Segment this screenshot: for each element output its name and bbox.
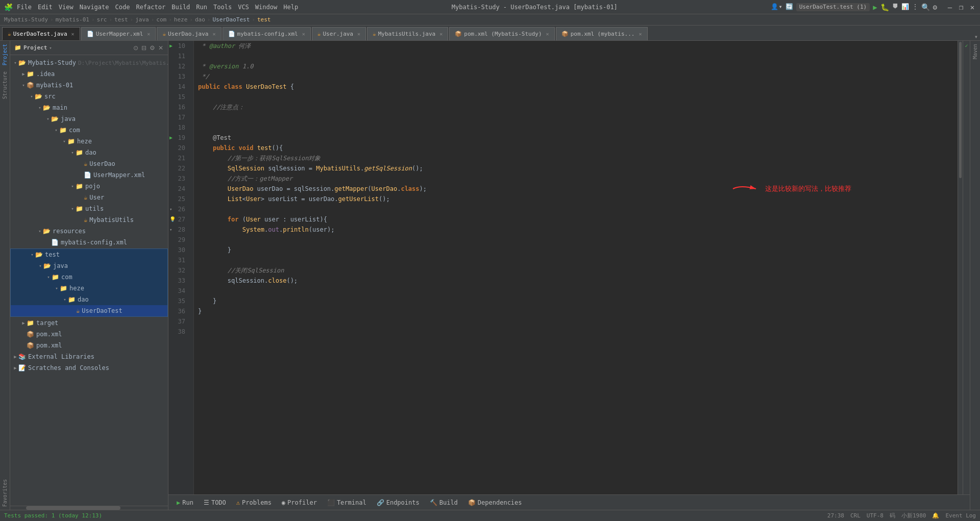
profile-btn[interactable]: 📊 (901, 3, 909, 11)
project-dropdown-arrow[interactable]: ▾ (49, 45, 52, 51)
search-everywhere-btn[interactable]: 🔍 (921, 3, 930, 11)
tree-idea[interactable]: ▶ 📁 .idea (10, 68, 168, 80)
tree-heze-test[interactable]: ▾ 📁 heze (11, 283, 167, 294)
tab-pom-mybatis[interactable]: 📦 pom.xml (mybatis... ✕ (556, 27, 648, 40)
breadcrumb-part[interactable]: dao (195, 16, 205, 23)
terminal-tool-btn[interactable]: ⬛ Terminal (323, 498, 371, 507)
breadcrumb-part[interactable]: test (114, 16, 128, 23)
tab-close-mybatisconfig[interactable]: ✕ (302, 31, 305, 37)
favorites-panel-tab[interactable]: Favorites (1, 476, 9, 510)
run-tool-btn[interactable]: ▶ Run (173, 498, 198, 507)
tree-java-test[interactable]: ▾ 📂 java (11, 260, 167, 271)
tree-java-main[interactable]: ▾ 📂 java (10, 113, 168, 125)
tab-close-userdaotest[interactable]: ✕ (71, 31, 75, 37)
vcs-update-icon[interactable]: 🔄 (786, 3, 793, 11)
tree-resources[interactable]: ▾ 📂 resources (10, 226, 168, 237)
status-crlf[interactable]: CRL (850, 512, 861, 519)
breadcrumb-part[interactable]: heze (174, 16, 188, 23)
tab-pom-study[interactable]: 📦 pom.xml (Mybatis-Study) ✕ (449, 27, 554, 40)
status-encoding[interactable]: UTF-8 (867, 512, 884, 519)
tree-scratches[interactable]: ▶ 📝 Scratches and Consoles (10, 362, 168, 374)
maven-panel-tab[interactable]: Maven (971, 41, 979, 62)
tree-pojo[interactable]: ▾ 📁 pojo (10, 181, 168, 192)
tab-close-usermapper[interactable]: ✕ (147, 31, 150, 37)
more-run-btn[interactable]: ⋮ (912, 3, 918, 11)
bulb-icon-27[interactable]: 💡 (169, 214, 176, 225)
tab-close-mybatisutils[interactable]: ✕ (439, 31, 443, 37)
tree-src[interactable]: ▾ 📂 src (10, 91, 168, 102)
tree-pom-root[interactable]: ▶ 📦 pom.xml (10, 340, 168, 351)
tab-close-userdao[interactable]: ✕ (212, 31, 215, 37)
tree-userdaotest[interactable]: ▶ ☕ UserDaoTest (11, 305, 167, 316)
collapse-all-btn[interactable]: ⊟ (141, 44, 147, 52)
settings-btn[interactable]: ⚙ (933, 3, 937, 11)
tree-test[interactable]: ▾ 📂 test (11, 249, 167, 260)
settings-tree-btn[interactable]: ⚙ (149, 44, 156, 52)
event-log-label[interactable]: Event Log (945, 512, 976, 519)
tree-usermapper[interactable]: ▶ 📄 UserMapper.xml (10, 169, 168, 181)
tab-mybatisutils[interactable]: ☕ MybatisUtils.java ✕ (367, 27, 448, 40)
breadcrumb-part[interactable]: UserDaoTest (212, 16, 250, 23)
gutter-run-icon-19[interactable]: ▶ (169, 133, 173, 143)
breadcrumb-part[interactable]: com (156, 16, 166, 23)
tree-com-test[interactable]: ▾ 📁 com (11, 271, 167, 283)
menu-file[interactable]: File (17, 4, 32, 11)
tab-close-pom-mybatis[interactable]: ✕ (639, 31, 642, 37)
gutter-run-icon[interactable]: ▶ (169, 41, 173, 51)
endpoints-tool-btn[interactable]: 🔗 Endpoints (373, 498, 424, 507)
breadcrumb-part[interactable]: src (97, 16, 107, 23)
user-icon[interactable]: 👤▾ (771, 3, 782, 11)
tree-mybatis01[interactable]: ▾ 📦 mybatis-01 (10, 80, 168, 91)
menu-window[interactable]: Window (255, 4, 277, 11)
tree-root[interactable]: ▾ 📂 Mybatis-Study D:\Project\Mybatis\Myb… (10, 57, 168, 68)
tab-userdao[interactable]: ☕ UserDao.java ✕ (157, 27, 221, 40)
menu-edit[interactable]: Edit (38, 4, 53, 11)
menu-run[interactable]: Run (196, 4, 207, 11)
tab-usermapper[interactable]: 📄 UserMapper.xml ✕ (81, 27, 156, 40)
fold-icon-28[interactable]: ▾ (169, 225, 172, 235)
editor-vscrollbar[interactable] (958, 41, 963, 494)
tree-userdao[interactable]: ▶ ☕ UserDao (10, 158, 168, 169)
sync-tree-btn[interactable]: ⊙ (133, 44, 139, 52)
menu-tools[interactable]: Tools (213, 4, 232, 11)
menu-vcs[interactable]: VCS (238, 4, 249, 11)
structure-panel-tab[interactable]: Structure (1, 68, 9, 102)
tab-mybatisconfig[interactable]: 📄 mybatis-config.xml ✕ (223, 27, 311, 40)
tree-main[interactable]: ▾ 📂 main (10, 102, 168, 113)
tree-com-main[interactable]: ▾ 📁 com (10, 125, 168, 136)
tree-user[interactable]: ▶ ☕ User (10, 192, 168, 203)
tree-heze-main[interactable]: ▾ 📁 heze (10, 136, 168, 147)
tree-dao-test[interactable]: ▾ 📁 dao (11, 294, 167, 305)
build-tool-btn[interactable]: 🔨 Build (426, 498, 462, 507)
problems-tool-btn[interactable]: ⚠ Problems (232, 498, 276, 507)
menu-help[interactable]: Help (283, 4, 298, 11)
menu-navigate[interactable]: Navigate (80, 4, 109, 11)
tab-close-user[interactable]: ✕ (357, 31, 360, 37)
tree-mybatisutils[interactable]: ▶ ☕ MybatisUtils (10, 214, 168, 226)
dependencies-tool-btn[interactable]: 📦 Dependencies (464, 498, 526, 507)
run-config-selector[interactable]: UserDaoTest.test (1) (796, 3, 870, 11)
menu-code[interactable]: Code (115, 4, 130, 11)
tree-target[interactable]: ▶ 📁 target (10, 317, 168, 329)
code-editor[interactable]: * @author 何泽 * @version 1.0 */ public cl… (194, 41, 958, 494)
fold-icon-26[interactable]: ▾ (169, 204, 172, 214)
menu-refactor[interactable]: Refactor (136, 4, 165, 11)
menu-build[interactable]: Build (172, 4, 190, 11)
breadcrumb-part[interactable]: java (135, 16, 149, 23)
maximize-button[interactable]: ❐ (958, 4, 965, 11)
tree-pom-mybatis01[interactable]: ▶ 📦 pom.xml (10, 329, 168, 340)
tab-user[interactable]: ☕ User.java ✕ (312, 27, 366, 40)
tab-userdaotest[interactable]: ☕ UserDaoTest.java ✕ (2, 27, 80, 40)
hide-sidebar-btn[interactable]: ✕ (158, 44, 164, 52)
tree-mybatisconfig[interactable]: ▶ 📄 mybatis-config.xml (10, 237, 168, 248)
tree-utils[interactable]: ▾ 📁 utils (10, 203, 168, 214)
close-button[interactable]: ✕ (969, 4, 976, 11)
coverage-btn[interactable]: ⛊ (892, 3, 898, 11)
tree-dao-main[interactable]: ▾ 📁 dao (10, 147, 168, 158)
profiler-tool-btn[interactable]: ◉ Profiler (278, 498, 321, 507)
breadcrumb-part[interactable]: mybatis-01 (56, 16, 89, 23)
breadcrumb-part[interactable]: test (257, 16, 271, 23)
debug-btn[interactable]: 🐛 (880, 3, 889, 11)
sidebar-hscrollbar[interactable] (10, 506, 168, 510)
project-panel-tab[interactable]: Project (1, 41, 9, 68)
